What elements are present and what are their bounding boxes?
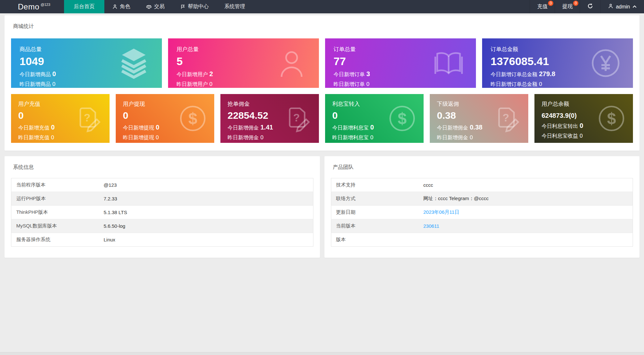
stats-panel: 商城统计 商品总量 1049 今日新增商品0 昨日新增商品0 用户总量 5 今日… [5, 15, 639, 151]
brand-name: Demo [18, 2, 39, 11]
stat-card-total-balance: 用户总余额 624873.9(0) 今日利息宝转出0 今日利息宝收益0 $ [534, 94, 633, 143]
row-label: 服务器操作系统 [11, 233, 99, 247]
stat-today-value: 0 [51, 124, 55, 131]
dollar-circle-icon: $ [178, 103, 208, 133]
stat-card-interest-in: 利息宝转入 0 今日新增利息宝0 昨日新增利息宝0 $ [325, 94, 424, 143]
nav-item-label: 后台首页 [74, 3, 95, 10]
stat-yesterday-value: 0 [156, 134, 159, 141]
stat-today-value: 2 [209, 70, 213, 77]
system-info-table: 当前程序版本 @123 运行PHP版本 7.2.33 ThinkPHP版本 5.… [11, 178, 313, 247]
stats-cards-row1: 商品总量 1049 今日新增商品0 昨日新增商品0 用户总量 5 今日新增用户2… [11, 38, 633, 88]
current-version-link[interactable]: 230611 [423, 223, 439, 229]
table-row: 运行PHP版本 7.2.33 [11, 192, 313, 206]
navbar-right: 充值 0 提现 0 admin [530, 0, 644, 13]
nav-item-home[interactable]: 后台首页 [64, 0, 104, 13]
system-info-title: 系统信息 [13, 164, 313, 171]
stat-card-withdraw: 用户提现 0 今日新增提现0 昨日新增提现0 $ [116, 94, 214, 143]
stat-card-products: 商品总量 1049 今日新增商品0 昨日新增商品0 [11, 38, 162, 88]
doc-edit-icon: ? [492, 103, 522, 133]
row-value: 7.2.33 [99, 192, 313, 206]
recharge-button[interactable]: 充值 0 [530, 0, 555, 13]
main-menu: 后台首页 角色 交易 [64, 0, 253, 13]
stat-yesterday-label: 今日利息宝收益 [542, 133, 578, 139]
book-icon [432, 47, 465, 79]
row-label: 更新日期 [331, 206, 418, 219]
horizontal-scrollbar[interactable] [0, 352, 644, 355]
bottom-panels: 系统信息 当前程序版本 @123 运行PHP版本 7.2.33 ThinkPHP… [5, 156, 639, 258]
stat-today-value: 0.38 [470, 124, 482, 131]
nav-item-trade[interactable]: 交易 [138, 0, 172, 13]
stat-today-label: 今日新增佣金 [228, 125, 259, 130]
brand-logo[interactable]: Demo @123 [0, 0, 64, 13]
stat-yesterday-value: 0 [51, 134, 54, 141]
username: admin [616, 4, 630, 10]
row-label: 联络方式 [331, 192, 418, 206]
svg-text:$: $ [398, 109, 407, 128]
stat-today-label: 今日新增商品 [20, 72, 51, 77]
update-date-link[interactable]: 2023年06月11日 [423, 209, 459, 215]
user-menu[interactable]: admin [600, 0, 644, 13]
svg-text:$: $ [188, 109, 197, 128]
withdraw-badge: 0 [573, 1, 578, 6]
table-row: 服务器操作系统 Linux [11, 233, 313, 247]
stats-panel-title: 商城统计 [13, 23, 633, 30]
table-row: 当前版本 230611 [331, 219, 633, 233]
doc-edit-icon: ? [283, 103, 312, 133]
nav-item-label: 系统管理 [224, 3, 245, 10]
nav-item-label: 角色 [120, 3, 130, 10]
stat-card-users: 用户总量 5 今日新增用户2 昨日新增用户0 [168, 38, 319, 88]
row-value: Linux [99, 233, 313, 247]
product-team-title: 产品团队 [333, 164, 633, 171]
withdraw-button[interactable]: 提现 0 [555, 0, 580, 13]
stat-yesterday-value: 0 [470, 134, 473, 141]
row-label: 运行PHP版本 [11, 192, 99, 206]
stat-yesterday-value: 0 [580, 133, 583, 139]
stat-today-value: 3 [366, 70, 370, 77]
stat-yesterday-label: 昨日新增订单总金额 [491, 81, 537, 87]
nav-item-system[interactable]: 系统管理 [217, 0, 253, 13]
withdraw-label: 提现 [562, 3, 572, 10]
row-value [418, 233, 633, 247]
nav-item-roles[interactable]: 角色 [104, 0, 138, 13]
stat-card-orders: 订单总量 77 今日新增订单3 昨日新增订单0 [325, 38, 476, 88]
table-row: 联络方式 网址：cccc Telegram：@cccc [331, 192, 633, 206]
stat-yesterday-label: 昨日新增商品 [20, 81, 51, 87]
stat-yesterday-label: 昨日新增订单 [334, 81, 365, 87]
system-info-panel: 系统信息 当前程序版本 @123 运行PHP版本 7.2.33 ThinkPHP… [5, 156, 320, 258]
recharge-label: 充值 [537, 3, 547, 10]
stat-today-value: 0 [580, 122, 583, 129]
product-team-panel: 产品团队 技术支持 cccc 联络方式 网址：cccc Telegram：@cc… [324, 156, 640, 258]
svg-text:?: ? [503, 112, 509, 124]
nav-item-help[interactable]: 帮助中心 [172, 0, 217, 13]
scales-icon [146, 4, 152, 10]
table-row: 当前程序版本 @123 [11, 178, 313, 192]
row-value: 网址：cccc Telegram：@cccc [418, 192, 633, 206]
stat-yesterday-value: 0 [209, 81, 212, 87]
stat-yesterday-value: 0 [539, 81, 542, 87]
recharge-badge: 0 [548, 1, 553, 6]
table-row: 版本 [331, 233, 633, 247]
stat-today-label: 今日新增订单 [334, 72, 365, 77]
refresh-icon [587, 3, 593, 10]
chevron-up-icon [632, 4, 637, 10]
table-row: 技术支持 cccc [331, 178, 633, 192]
row-label: ThinkPHP版本 [11, 206, 99, 219]
flag-icon [180, 4, 186, 9]
yen-circle-icon [589, 47, 622, 79]
person-icon [112, 4, 118, 9]
stat-today-value: 279.8 [539, 70, 555, 77]
product-team-table: 技术支持 cccc 联络方式 网址：cccc Telegram：@cccc 更新… [331, 178, 633, 247]
row-label: 当前版本 [331, 219, 418, 233]
row-value: cccc [418, 178, 633, 192]
row-value: @123 [99, 178, 313, 192]
user-icon [275, 47, 308, 79]
stat-card-order-amount: 订单总金额 1376085.41 今日新增订单总金额279.8 昨日新增订单总金… [482, 38, 633, 88]
stat-today-label: 今日新增订单总金额 [491, 72, 537, 77]
stat-today-label: 今日新增利息宝 [332, 125, 369, 130]
doc-edit-icon: ? [73, 103, 103, 133]
nav-item-label: 交易 [154, 3, 164, 10]
layers-icon [117, 46, 151, 80]
refresh-button[interactable] [580, 0, 600, 13]
stat-today-label: 今日新增佣金 [437, 125, 468, 130]
stats-cards-row2: 用户充值 0 今日新增充值0 昨日新增充值0 ? 用户提现 0 今日新增提现0 … [11, 94, 633, 143]
